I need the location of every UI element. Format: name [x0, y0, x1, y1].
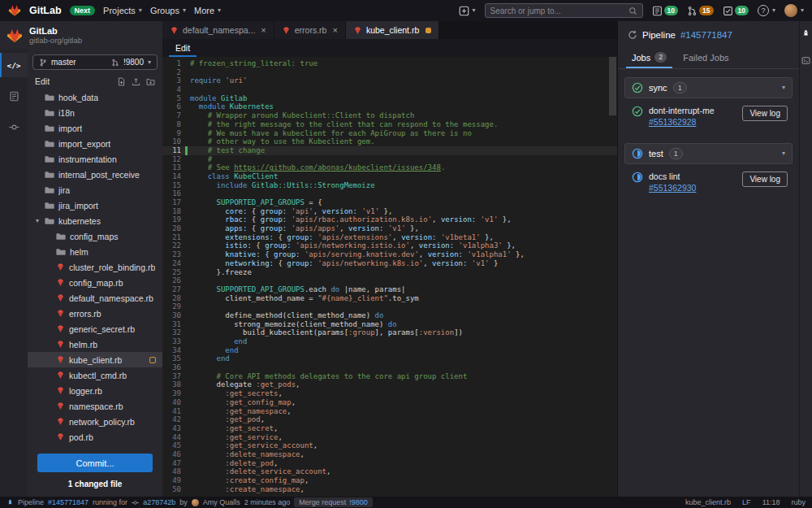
editor-area: default_namespa...×errors.rb×kube_client…: [162, 21, 617, 497]
job-id-link[interactable]: #551362930: [649, 183, 696, 193]
tree-item-pod.rb[interactable]: pod.rb: [28, 429, 162, 445]
editor-tab-kube_client.rb[interactable]: kube_client.rb: [346, 21, 439, 39]
editor-tab-default_namespa...[interactable]: default_namespa...×: [162, 21, 274, 39]
todos-menu[interactable]: 10: [723, 6, 749, 16]
ruby-file-icon: [170, 26, 179, 35]
pipelines-panel-button[interactable]: [800, 29, 812, 38]
plus-menu[interactable]: ▾: [459, 6, 476, 16]
tab-jobs[interactable]: Jobs 2: [626, 47, 672, 68]
tree-item-jira_import[interactable]: jira_import: [28, 198, 162, 213]
tree-item-errors.rb[interactable]: errors.rb: [28, 306, 162, 321]
status-bar: Pipeline #145771847 running for a278742b…: [0, 497, 812, 508]
code-line-32: 32 build_kubeclient(params[:group], para…: [162, 328, 617, 337]
folder-icon: [45, 154, 54, 164]
editor-tab-bar: default_namespa...×errors.rb×kube_client…: [162, 21, 617, 39]
tree-item-import[interactable]: import: [28, 120, 162, 136]
statusbar-time-ago: 2 minutes ago: [244, 498, 291, 506]
close-icon[interactable]: ×: [332, 25, 337, 35]
code-line-19: 19 rbac: { group: 'apis/rbac.authorizati…: [162, 215, 617, 224]
folder-icon: [45, 124, 54, 133]
folder-icon: [56, 232, 66, 241]
chevron-down-icon: ▾: [218, 7, 221, 14]
folder-icon: [45, 139, 54, 149]
code-line-16: 16: [162, 189, 617, 198]
ruby-file-icon: [56, 386, 65, 395]
tree-item-config_map.rb[interactable]: config_map.rb: [28, 275, 162, 290]
branch-selector[interactable]: master !9800 ▾: [32, 54, 158, 70]
tab-failed-jobs[interactable]: Failed Jobs: [677, 47, 734, 68]
code-line-23: 23 knative: { group: 'apis/serving.knati…: [162, 250, 617, 259]
tree-item-cluster_role_binding.rb[interactable]: cluster_role_binding.rb: [28, 259, 162, 275]
tree-item-namespace.rb[interactable]: namespace.rb: [28, 398, 162, 414]
tree-item-generic_secret.rb[interactable]: generic_secret.rb: [28, 321, 162, 336]
tree-item-config_maps[interactable]: config_maps: [28, 228, 162, 244]
statusbar-pipeline-link[interactable]: #145771847: [48, 498, 89, 506]
tree-item-helm[interactable]: helm: [28, 244, 162, 259]
help-menu[interactable]: ?▾: [758, 5, 775, 16]
editor-tab-errors.rb[interactable]: errors.rb×: [274, 21, 346, 39]
status-success-icon: [632, 82, 643, 93]
nav-groups[interactable]: Groups▾: [150, 6, 186, 15]
upload-file-icon[interactable]: [132, 77, 140, 86]
commit-sha-link[interactable]: a278742b: [143, 498, 175, 506]
todos-icon: [723, 6, 733, 16]
pipeline-id-link[interactable]: #145771847: [680, 30, 732, 40]
code-line-48: 48 :delete_service_account,: [162, 467, 617, 476]
edit-mode-button[interactable]: </>: [0, 53, 28, 77]
view-log-button[interactable]: View log: [742, 172, 788, 187]
nav-more[interactable]: More▾: [194, 6, 221, 15]
close-icon[interactable]: ×: [261, 25, 266, 35]
code-line-2: 2: [162, 68, 617, 77]
merge-request-icon: [111, 59, 119, 67]
tab-edit-mode[interactable]: Edit: [169, 41, 197, 57]
stage-list: sync1▾dont-interrupt-me#551362928View lo…: [618, 69, 799, 201]
code-line-7: 7 # Wrapper around Kubeclient::Client to…: [162, 111, 617, 120]
tree-item-hook_data[interactable]: hook_data: [28, 89, 162, 105]
editor-scrollbar[interactable]: [609, 57, 616, 115]
tree-item-helm.rb[interactable]: helm.rb: [28, 336, 162, 352]
brand-title[interactable]: GitLab: [29, 5, 62, 16]
nav-more-label: More: [194, 6, 214, 15]
code-line-5: 5module Gitlab: [162, 94, 617, 103]
terminal-icon: [801, 56, 810, 65]
mr-id-link[interactable]: !9800: [349, 498, 368, 506]
code-line-9: 9 # We must have a kubeclient for each A…: [162, 129, 617, 138]
tree-item-logger.rb[interactable]: logger.rb: [28, 383, 162, 398]
issues-menu[interactable]: 10: [652, 6, 678, 16]
new-folder-icon[interactable]: [146, 77, 155, 86]
stage-header-test[interactable]: test1▾: [624, 143, 793, 164]
tree-item-import_export[interactable]: import_export: [28, 136, 162, 151]
terminal-panel-button[interactable]: [800, 56, 812, 65]
tree-item-kubectl_cmd.rb[interactable]: kubectl_cmd.rb: [28, 367, 162, 383]
merge-requests-menu[interactable]: 15: [687, 6, 713, 16]
review-mode-button[interactable]: [0, 84, 28, 108]
ruby-file-icon: [56, 432, 65, 441]
search-input[interactable]: [490, 7, 625, 15]
search-box[interactable]: [485, 3, 643, 18]
tree-item-default_namespace.rb[interactable]: default_namespace.rb: [28, 290, 162, 306]
commit-mode-button[interactable]: [0, 115, 28, 139]
code-editor[interactable]: 1# frozen_string_literal: true23require …: [162, 57, 617, 497]
jobs-count-badge: 2: [654, 52, 667, 63]
commit-button[interactable]: Commit...: [37, 454, 153, 472]
nav-projects[interactable]: Projects▾: [103, 6, 142, 15]
tree-item-kubernetes[interactable]: ▾kubernetes: [28, 213, 162, 228]
refresh-icon[interactable]: [628, 30, 637, 40]
tree-item-network_policy.rb[interactable]: network_policy.rb: [28, 414, 162, 429]
tree-item-kube_client.rb[interactable]: kube_client.rb: [28, 352, 162, 367]
new-file-icon[interactable]: [117, 77, 126, 86]
view-log-button[interactable]: View log: [742, 106, 788, 121]
tab-label: default_namespa...: [183, 25, 255, 35]
tree-item-instrumentation[interactable]: instrumentation: [28, 151, 162, 167]
statusbar-mr-ref[interactable]: Merge request !9800: [294, 497, 373, 507]
tree-item-label: config_maps: [70, 232, 119, 241]
tree-item-jira[interactable]: jira: [28, 182, 162, 198]
tab-failed-jobs-label: Failed Jobs: [683, 53, 728, 63]
ide-activity-strip: </>: [0, 50, 28, 497]
job-id-link[interactable]: #551362928: [649, 117, 715, 127]
user-menu[interactable]: ▾: [784, 4, 804, 17]
tree-item-internal_post_receive[interactable]: internal_post_receive: [28, 167, 162, 182]
stage-header-sync[interactable]: sync1▾: [624, 77, 793, 98]
tree-item-i18n[interactable]: i18n: [28, 105, 162, 120]
gitlab-logo-icon[interactable]: [8, 4, 21, 17]
